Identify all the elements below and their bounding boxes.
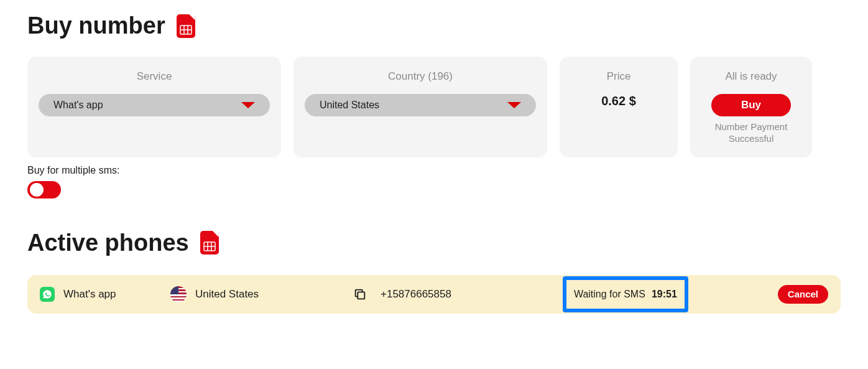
- price-card: Price 0.62 $: [560, 57, 678, 157]
- multi-sms-label: Buy for multiple sms:: [27, 165, 841, 176]
- active-title: Active phones: [27, 230, 189, 256]
- multi-sms-section: Buy for multiple sms:: [27, 165, 841, 199]
- ready-card: All is ready Buy Number Payment Successf…: [690, 57, 812, 157]
- service-value: What's app: [53, 100, 103, 111]
- ready-label: All is ready: [701, 70, 801, 83]
- us-flag-icon: [170, 286, 187, 302]
- active-phones-section: Active phones What's app United States: [27, 230, 841, 314]
- row-country: United States: [195, 288, 344, 301]
- status-text: Waiting for SMS: [574, 289, 645, 300]
- toggle-knob: [30, 183, 44, 197]
- payment-status: Number Payment Successful: [701, 121, 801, 145]
- country-select[interactable]: United States: [305, 94, 536, 116]
- svg-rect-8: [358, 292, 364, 299]
- service-card: Service What's app: [27, 57, 281, 157]
- status-highlight: Waiting for SMS 19:51: [563, 276, 688, 312]
- row-service: What's app: [63, 288, 162, 301]
- chevron-down-icon: [507, 102, 521, 108]
- active-header: Active phones: [27, 230, 841, 256]
- chevron-down-icon: [241, 102, 255, 108]
- buy-header: Buy number: [27, 12, 841, 39]
- page-title: Buy number: [27, 12, 165, 39]
- sim-icon: [200, 231, 219, 255]
- status-timer: 19:51: [652, 289, 677, 300]
- country-value: United States: [320, 100, 379, 111]
- sim-icon: [177, 14, 195, 38]
- row-phone: +15876665858: [381, 288, 505, 301]
- buy-cards: Service What's app Country (196) United …: [27, 57, 841, 157]
- service-label: Service: [39, 70, 270, 83]
- price-value: 0.62 $: [571, 94, 667, 108]
- buy-button[interactable]: Buy: [711, 94, 791, 116]
- country-card: Country (196) United States: [293, 57, 547, 157]
- country-label: Country (196): [305, 70, 536, 83]
- cancel-button[interactable]: Cancel: [778, 285, 828, 304]
- price-label: Price: [571, 70, 667, 83]
- copy-icon[interactable]: [353, 287, 367, 301]
- phone-row: What's app United States +15876665858 Wa…: [27, 275, 841, 314]
- service-select[interactable]: What's app: [39, 94, 270, 116]
- whatsapp-icon: [40, 287, 55, 302]
- multi-sms-toggle[interactable]: [27, 181, 61, 199]
